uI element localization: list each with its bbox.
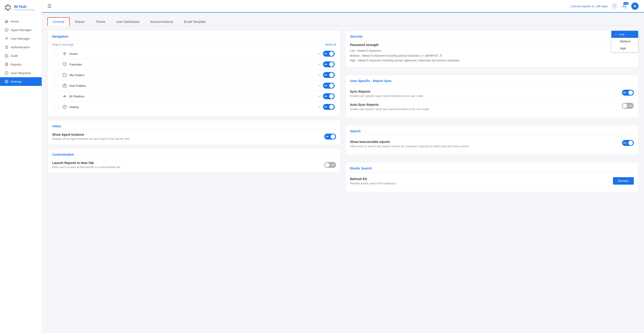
edit-home-icon[interactable]: ✏ [318, 52, 321, 55]
edit-favorites-icon[interactable]: ✏ [318, 63, 321, 66]
toggle-auto-sync-reports[interactable]: OFF [622, 103, 634, 109]
pwd-option-low[interactable]: ✓ Low [611, 31, 638, 38]
sidebar-label-authentication: Authentication [11, 45, 30, 49]
sidebar-item-home[interactable]: Home [0, 17, 42, 25]
sidebar-label-audit: Audit [11, 54, 18, 57]
reports-icon [5, 62, 8, 66]
drag-handle-hub-folders[interactable]: ⋮⋮ [54, 84, 60, 87]
tab-general[interactable]: General [48, 17, 70, 26]
settings-icon [5, 80, 8, 83]
sidebar-item-audit[interactable]: Audit [0, 51, 42, 60]
logo: BI Hub YOUR BI SEARCH ENGINE [0, 0, 42, 15]
user-avatar[interactable]: B [631, 2, 638, 10]
sidebar-item-reports[interactable]: Reports [0, 60, 42, 69]
drag-label: Drag to rearrange [52, 43, 74, 46]
menu-button[interactable]: ☰ [48, 3, 52, 9]
password-strength-desc: Low : Atleast 8 characters Medium : Atle… [350, 48, 634, 63]
tab-user-dashboard[interactable]: User Dashboard [111, 17, 145, 26]
toggle-hub-folders[interactable]: ON [323, 83, 335, 89]
sync-reports-row: Sync Reports Enable user specific report… [350, 87, 634, 101]
drag-handle-bi-platform[interactable]: ⋮⋮ [54, 94, 60, 98]
help-icon: ? [614, 4, 615, 8]
drag-handle-favorites[interactable]: ⋮⋮ [54, 62, 60, 66]
nav-label-bi-platform: BI Platform [70, 95, 316, 98]
requests-icon [5, 71, 8, 75]
sidebar-item-user-manager[interactable]: User Manager [0, 34, 42, 43]
favorites-nav-icon [62, 62, 67, 66]
user-initial: B [634, 4, 636, 8]
refresh-es-desc: Reindex elastic search from database [350, 181, 609, 186]
show-inaccessible-row: Show Inaccessible reports Allow users to… [350, 138, 634, 151]
pwd-option-high[interactable]: High [611, 45, 638, 52]
show-agent-instance-row: Show Agent Instance Display source agent… [52, 133, 336, 140]
logo-text: BI Hub [14, 4, 34, 9]
help-button[interactable]: ? [611, 3, 618, 9]
toggle-show-inaccessible[interactable]: ON [622, 140, 634, 146]
nav-label-hub-folders: Hub Folders [70, 84, 316, 87]
sidebar-item-authentication[interactable]: Authentication [0, 43, 42, 51]
agent-icon [5, 28, 8, 32]
notification-button[interactable]: 102 [621, 3, 628, 9]
toggle-launch-reports[interactable]: OFF [324, 162, 336, 168]
reindex-button[interactable]: Reindex [613, 177, 634, 185]
edit-hub-folders-icon[interactable]: ✏ [318, 84, 321, 87]
search-card: Search Show Inaccessible reports Allow u… [345, 125, 639, 155]
topbar: ☰ License expires in: 106 days ? 102 B [42, 0, 644, 13]
toggle-my-folders[interactable]: ON [323, 72, 335, 78]
toggle-history[interactable]: ON [323, 104, 335, 110]
tab-report[interactable]: Report [70, 17, 90, 26]
toggle-home[interactable]: ON [323, 51, 335, 57]
user-icon [5, 37, 8, 40]
reset-all-button[interactable]: Reset All [325, 43, 336, 46]
svg-rect-13 [5, 29, 8, 31]
launch-reports-label: Launch Reports In New Tab [52, 161, 120, 165]
auto-sync-reports-label: Auto Sync Reports [350, 103, 618, 106]
nav-row-favorites: ⋮⋮ Favorites ✏ ON [52, 59, 336, 70]
drag-handle-my-folders[interactable]: ⋮⋮ [54, 73, 60, 77]
check-icon-low: ✓ [615, 33, 617, 36]
tab-theme[interactable]: Theme [90, 17, 111, 26]
drag-handle-history[interactable]: ⋮⋮ [54, 105, 60, 109]
edit-bi-platform-icon[interactable]: ✏ [318, 95, 321, 98]
audit-icon [5, 54, 8, 57]
toggle-bi-platform[interactable]: ON [323, 93, 335, 99]
toggle-favorites[interactable]: ON [323, 61, 335, 67]
refresh-es-row: Refresh ES Reindex elastic search from d… [350, 175, 634, 188]
svg-point-23 [6, 81, 7, 82]
auto-sync-reports-desc: Enable user specific report auto synchro… [350, 107, 618, 111]
bell-icon [623, 4, 626, 8]
nav-row-bi-platform: ⋮⋮ BI Platform ✏ ON [52, 91, 336, 102]
nav-row-my-folders: ⋮⋮ My Folders ✏ ON [52, 70, 336, 80]
toggle-show-agent-instance[interactable]: ON [324, 134, 336, 140]
sidebar-label-user-manager: User Manager [11, 37, 30, 40]
edit-history-icon[interactable]: ✏ [318, 105, 321, 109]
tab-email-template[interactable]: Email Template [179, 17, 211, 26]
sync-reports-desc: Enable user specific report synchronizat… [350, 94, 618, 98]
sidebar-label-settings: Settings [11, 80, 22, 83]
bi-platform-nav-icon [62, 94, 67, 98]
sidebar-item-settings[interactable]: Settings [0, 77, 42, 86]
pwd-option-medium[interactable]: Medium [611, 38, 638, 45]
svg-rect-17 [6, 47, 8, 48]
nav-row-history: ⋮⋮ History ✏ ON [52, 102, 336, 112]
views-title: Views [52, 124, 336, 130]
edit-my-folders-icon[interactable]: ✏ [318, 73, 321, 77]
tab-announcements[interactable]: Announcements [145, 17, 178, 26]
nav-label-favorites: Favorites [70, 63, 316, 66]
show-inaccessible-desc: Allow users to search and request access… [350, 144, 618, 148]
svg-point-28 [65, 96, 66, 97]
security-title: Security [350, 35, 634, 40]
toggle-sync-reports[interactable]: ON [622, 90, 634, 96]
sidebar-item-agent-manager[interactable]: Agent Manager [0, 25, 42, 34]
navigation-card: Navigation Drag to rearrange Reset All ⋮… [48, 30, 341, 116]
sidebar-label-user-requests: User Requests [11, 71, 31, 75]
navigation-title: Navigation [52, 35, 336, 40]
history-nav-icon [62, 105, 67, 109]
sidebar-item-user-requests[interactable]: User Requests [0, 69, 42, 77]
hub-folders-nav-icon [62, 84, 67, 88]
right-column: Security Password strength Low : Atleast… [345, 30, 639, 196]
drag-handle-home[interactable]: ⋮⋮ [54, 52, 60, 55]
show-inaccessible-label: Show Inaccessible reports [350, 140, 618, 144]
nav-label-home: Home [70, 52, 316, 55]
svg-point-16 [6, 37, 7, 38]
